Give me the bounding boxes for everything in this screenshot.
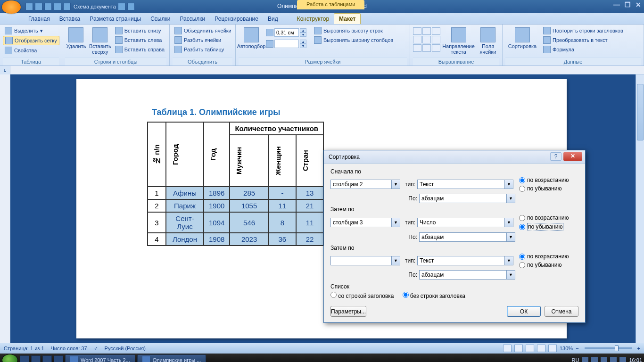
qat-icon[interactable] <box>118 3 125 10</box>
taskbar-item[interactable]: Word 2007 Часть 2... <box>65 354 135 362</box>
proofing-icon[interactable]: ✓ <box>94 346 98 352</box>
dropdown-icon[interactable]: ▼ <box>507 232 515 242</box>
ruler-corner[interactable]: L <box>0 66 10 74</box>
redo-icon[interactable] <box>44 3 52 10</box>
scrollbar-thumb[interactable] <box>637 84 644 140</box>
properties-button[interactable]: Свойства <box>3 46 59 55</box>
quicklaunch-icon[interactable] <box>42 355 52 362</box>
repeat-header-button[interactable]: Повторить строки заголовков <box>541 26 625 35</box>
tab-mailings[interactable]: Рассылки <box>175 14 210 24</box>
tab-insert[interactable]: Вставка <box>55 14 85 24</box>
spin-down[interactable]: ▼ <box>300 33 306 37</box>
sort3-using[interactable] <box>419 270 507 280</box>
olympic-table[interactable]: № п/п Город Год Количество участников Му… <box>147 122 324 246</box>
select-button[interactable]: Выделить ▾ <box>3 26 59 35</box>
dropdown-icon[interactable]: ▼ <box>392 218 400 227</box>
view-draft[interactable] <box>548 345 557 352</box>
zoom-in[interactable]: + <box>637 346 640 351</box>
ok-button[interactable]: ОК <box>507 306 541 317</box>
quicklaunch-icon[interactable] <box>31 355 41 362</box>
dropdown-icon[interactable]: ▼ <box>507 270 515 280</box>
taskbar-item[interactable]: Олимпиские игры ... <box>137 354 206 362</box>
cell-margins-button[interactable]: Поля ячейки <box>477 25 499 55</box>
insert-below-button[interactable]: Вставить снизу <box>113 26 166 35</box>
alignment-grid[interactable] <box>413 25 440 52</box>
show-grid-button[interactable]: Отобразить сетку <box>3 36 59 45</box>
sort1-desc[interactable]: по убыванию <box>519 185 569 192</box>
distribute-cols-button[interactable]: Выровнять ширину столбцов <box>312 36 395 44</box>
dialog-help-button[interactable]: ? <box>550 152 561 161</box>
merge-cells-button[interactable]: Объединить ячейки <box>173 26 233 35</box>
distribute-rows-button[interactable]: Выровнять высоту строк <box>312 26 395 35</box>
undo-icon[interactable] <box>35 3 42 10</box>
dropdown-icon[interactable]: ▼ <box>392 180 400 189</box>
col-width-input[interactable] <box>274 40 299 48</box>
vertical-scrollbar[interactable] <box>636 74 644 343</box>
dropdown-icon[interactable]: ▼ <box>507 194 515 203</box>
start-button[interactable] <box>2 354 18 362</box>
autofit-button[interactable]: Автоподбор <box>239 25 264 49</box>
split-table-button[interactable]: Разбить таблицу <box>173 45 233 54</box>
page-status[interactable]: Страница: 1 из 1 <box>4 346 44 351</box>
qat-doc-scheme[interactable]: Схема документа <box>74 4 116 9</box>
view-web[interactable] <box>526 345 534 352</box>
tray-icon[interactable] <box>591 357 598 362</box>
tab-home[interactable]: Главная <box>24 14 55 24</box>
input-language[interactable]: RU <box>572 357 579 362</box>
tab-table-design[interactable]: Конструктор <box>292 14 334 24</box>
horizontal-ruler[interactable]: L <box>0 66 644 74</box>
col-width-field[interactable]: ▲▼ <box>266 40 306 48</box>
dropdown-icon[interactable]: ▼ <box>392 256 400 265</box>
view-outline[interactable] <box>537 345 545 352</box>
row-height-field[interactable]: ▲▼ <box>266 28 306 37</box>
dialog-close-button[interactable]: ✕ <box>563 152 582 161</box>
convert-to-text-button[interactable]: Преобразовать в текст <box>541 36 625 44</box>
sort1-asc[interactable]: по возрастанию <box>519 177 569 183</box>
tab-view[interactable]: Вид <box>263 14 283 24</box>
language-status[interactable]: Русский (Россия) <box>105 346 146 351</box>
sort1-type[interactable] <box>417 180 505 189</box>
view-print-layout[interactable] <box>503 345 512 352</box>
sort3-asc[interactable]: по возрастанию <box>519 253 569 260</box>
quicklaunch-icon[interactable] <box>54 355 63 362</box>
dropdown-icon[interactable]: ▼ <box>505 256 513 265</box>
sort2-asc[interactable]: по возрастанию <box>519 214 569 221</box>
spin-down[interactable]: ▼ <box>300 44 306 48</box>
sort2-type[interactable] <box>417 218 505 227</box>
insert-left-button[interactable]: Вставить слева <box>113 36 166 44</box>
qat-icon[interactable] <box>63 3 71 10</box>
formula-button[interactable]: Формула <box>541 45 625 54</box>
tab-pagelayout[interactable]: Разметка страницы <box>85 14 146 24</box>
tab-review[interactable]: Рецензирование <box>210 14 263 24</box>
word-count[interactable]: Число слов: 37 <box>51 346 87 351</box>
insert-above-button[interactable]: Вставить сверху <box>89 25 111 55</box>
restore-button[interactable]: ❐ <box>625 1 631 8</box>
dropdown-icon[interactable]: ▼ <box>505 180 513 189</box>
qat-icon[interactable] <box>127 3 135 10</box>
sort2-column[interactable] <box>330 218 392 227</box>
sort3-column[interactable] <box>330 256 392 265</box>
sort2-desc[interactable]: по убыванию <box>519 223 569 230</box>
cancel-button[interactable]: Отмена <box>545 306 578 317</box>
clock[interactable]: 16:01 <box>629 357 642 362</box>
no-header-radio[interactable]: без строки заголовка <box>403 292 466 299</box>
params-button[interactable]: Параметры... <box>330 306 366 317</box>
tray-icon[interactable] <box>601 357 607 362</box>
zoom-knob[interactable] <box>615 346 619 351</box>
dialog-titlebar[interactable]: Сортировка ? ✕ <box>324 150 585 164</box>
qat-icon[interactable] <box>54 3 61 10</box>
split-cells-button[interactable]: Разбить ячейки <box>173 36 233 44</box>
insert-right-button[interactable]: Вставить справа <box>113 45 166 54</box>
with-header-radio[interactable]: со строкой заголовка <box>330 292 394 299</box>
minimize-button[interactable]: — <box>613 1 620 8</box>
tray-icon[interactable] <box>582 357 588 362</box>
sort3-desc[interactable]: по убыванию <box>519 262 569 268</box>
tab-references[interactable]: Ссылки <box>146 14 175 24</box>
sort1-using[interactable] <box>419 194 507 203</box>
vertical-ruler[interactable] <box>0 74 10 343</box>
zoom-slider[interactable] <box>585 347 632 349</box>
quicklaunch-icon[interactable] <box>20 355 29 362</box>
dropdown-icon[interactable]: ▼ <box>505 218 513 227</box>
close-button[interactable]: ✕ <box>636 1 641 8</box>
tab-table-layout[interactable]: Макет <box>334 13 361 24</box>
